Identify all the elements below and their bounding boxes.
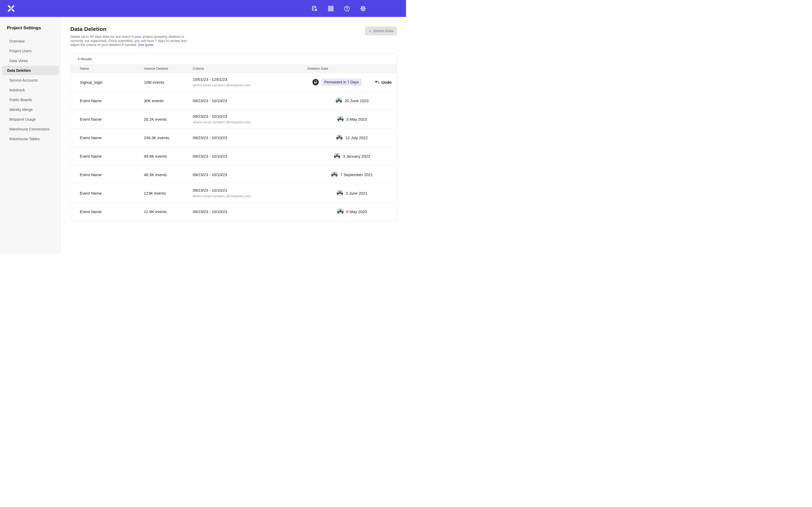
- project-settings-sidebar: Project Settings Overview Project Users …: [0, 17, 61, 253]
- deletion-date-cell: 3 May 2023: [307, 116, 397, 122]
- sidebar-item-mixpanel-usage[interactable]: Mixpanel Usage: [2, 115, 59, 124]
- name-cell: Event Name: [80, 135, 144, 140]
- see-guide-link[interactable]: See guide: [138, 43, 154, 47]
- sidebar-item-identity-merge[interactable]: Identity Merge: [2, 105, 59, 114]
- deletion-date-cell: 20 June 2023: [307, 98, 397, 104]
- criteria-cell: 09/23/23 - 10/10/23: [193, 172, 307, 177]
- name-cell: Event Name: [80, 209, 144, 214]
- settings-gear-icon[interactable]: [360, 5, 366, 12]
- volume-cell: 10M events: [144, 80, 193, 84]
- table-header-row: NameVolume DeletedCriteriaDeletion Date: [70, 64, 397, 73]
- sidebar-item-data-deletion[interactable]: Data Deletion: [2, 66, 59, 75]
- results-count: 5 Results: [70, 54, 397, 64]
- name-cell: Event Name: [80, 191, 144, 195]
- sidebar-item-public-boards[interactable]: Public Boards: [2, 95, 59, 105]
- volume-cell: 239.3K events: [144, 135, 193, 140]
- criteria-cell: 09/23/23 - 10/10/23 where email contains…: [193, 114, 307, 124]
- column-header-volume-deleted: Volume Deleted: [144, 66, 193, 70]
- sidebar-title: Project Settings: [0, 25, 61, 31]
- sidebar-item-autotrack[interactable]: Autotrack: [2, 85, 59, 95]
- user-avatar: [336, 134, 343, 141]
- deletion-date-cell: 7 September 2021: [307, 171, 397, 178]
- criteria-cell: 09/23/23 - 10/10/23: [193, 135, 307, 140]
- name-cell: Event Name: [80, 99, 144, 103]
- user-avatar: [331, 171, 338, 178]
- deletion-date: 3 June 2021: [346, 191, 368, 195]
- criteria-cell: 09/23/23 - 10/10/23: [193, 209, 307, 214]
- data-deletion-page: Data Deletion Delete up to 90 days data …: [61, 17, 406, 253]
- mixpanel-logo-icon[interactable]: [8, 5, 14, 12]
- deletion-date: 7 September 2021: [340, 172, 373, 177]
- table-row: Event Name 12.9K events 09/23/23 - 10/10…: [70, 202, 397, 221]
- deletion-date: 12 July 2022: [345, 135, 368, 140]
- deletion-date: 20 June 2023: [345, 99, 369, 103]
- top-navigation-bar: [0, 0, 406, 17]
- volume-cell: 48.3K events: [144, 172, 193, 177]
- undo-icon: [374, 80, 379, 85]
- sidebar-item-list: Overview Project Users Data Views Data D…: [0, 37, 61, 144]
- table-row: Event Name 30K events 09/23/23 - 10/10/2…: [70, 91, 397, 110]
- volume-cell: 30K events: [144, 99, 193, 103]
- page-header-text: Data Deletion Delete up to 90 days data …: [70, 26, 187, 47]
- deletion-requests-card: 5 Results NameVolume DeletedCriteriaDele…: [70, 54, 397, 221]
- help-icon[interactable]: [344, 5, 350, 12]
- deletion-date-cell: 3 June 2021: [307, 190, 397, 196]
- deletion-date: 3 January 2022: [343, 154, 370, 158]
- sidebar-item-data-views[interactable]: Data Views: [2, 56, 59, 65]
- data-management-icon[interactable]: [311, 5, 318, 12]
- name-cell: Event Name: [80, 154, 144, 158]
- sidebar-item-service-accounts[interactable]: Service Accounts: [2, 75, 59, 85]
- criteria-cell: 09/23/23 - 10/10/23: [193, 99, 307, 103]
- sidebar-item-warehouse-tables[interactable]: Warehouse Tables: [2, 134, 59, 144]
- table-row: Event Name 48.3K events 09/23/23 - 10/10…: [70, 165, 397, 184]
- topbar-icon-group: [311, 5, 366, 12]
- delete-data-label: Delete Data: [373, 29, 393, 33]
- sidebar-item-warehouse-connections[interactable]: Warehouse Connections: [2, 124, 59, 134]
- deletion-date-cell: 3 January 2022: [307, 153, 397, 159]
- table-row: Event Name 123K events 09/23/23 - 10/10/…: [70, 184, 397, 202]
- volume-cell: 12.9K events: [144, 209, 193, 214]
- user-avatar: [312, 79, 319, 85]
- table-row: Event Name 20.2K events 09/23/23 - 10/10…: [70, 110, 397, 128]
- table-row: Event Name 239.3K events 09/23/23 - 10/1…: [70, 128, 397, 147]
- volume-cell: 20.2K events: [144, 117, 193, 121]
- table-body: Signup_login 10M events 10/01/23 - 12/01…: [70, 73, 397, 221]
- criteria-cell: 09/23/23 - 10/10/23 where email contains…: [193, 188, 307, 198]
- column-header-criteria: Criteria: [193, 66, 307, 70]
- page-title: Data Deletion: [70, 26, 187, 32]
- criteria-cell: 09/23/23 - 10/10/23: [193, 154, 307, 158]
- deletion-date: 5 May 2020: [346, 209, 367, 214]
- table-row: Event Name 49.9K events 09/23/23 - 10/10…: [70, 147, 397, 165]
- user-avatar: [337, 208, 344, 215]
- name-cell: Event Name: [80, 172, 144, 177]
- status-badge: Permanent in 7 Days: [321, 79, 361, 86]
- volume-cell: 49.9K events: [144, 154, 193, 158]
- page-description: Delete up to 90 days data for any event …: [70, 35, 187, 47]
- user-avatar: [334, 153, 340, 159]
- name-cell: Event Name: [80, 117, 144, 121]
- delete-data-button[interactable]: + Delete Data: [365, 26, 397, 36]
- table-row: Signup_login 10M events 10/01/23 - 12/01…: [70, 73, 397, 91]
- name-cell: Signup_login: [80, 80, 144, 84]
- user-avatar: [336, 98, 342, 104]
- plus-icon: +: [369, 29, 371, 33]
- user-avatar: [337, 116, 344, 122]
- column-header-deletion-date: Deletion Date: [307, 66, 397, 70]
- sidebar-item-project-users[interactable]: Project Users: [2, 46, 59, 56]
- deletion-date-cell: 12 July 2022: [307, 134, 397, 141]
- deletion-date-cell: Permanent in 7 Days Undo: [307, 79, 397, 86]
- user-avatar: [337, 190, 343, 196]
- undo-button[interactable]: Undo: [374, 80, 392, 85]
- criteria-cell: 10/01/23 - 12/01/23 where email contains…: [193, 77, 307, 87]
- deletion-date-cell: 5 May 2020: [307, 208, 397, 215]
- column-header-name: Name: [80, 66, 144, 70]
- sidebar-item-overview[interactable]: Overview: [2, 37, 59, 46]
- volume-cell: 123K events: [144, 191, 193, 195]
- apps-grid-icon[interactable]: [327, 5, 334, 12]
- deletion-date: 3 May 2023: [346, 117, 367, 121]
- description-text: Delete up to 90 days data for any event …: [70, 35, 187, 47]
